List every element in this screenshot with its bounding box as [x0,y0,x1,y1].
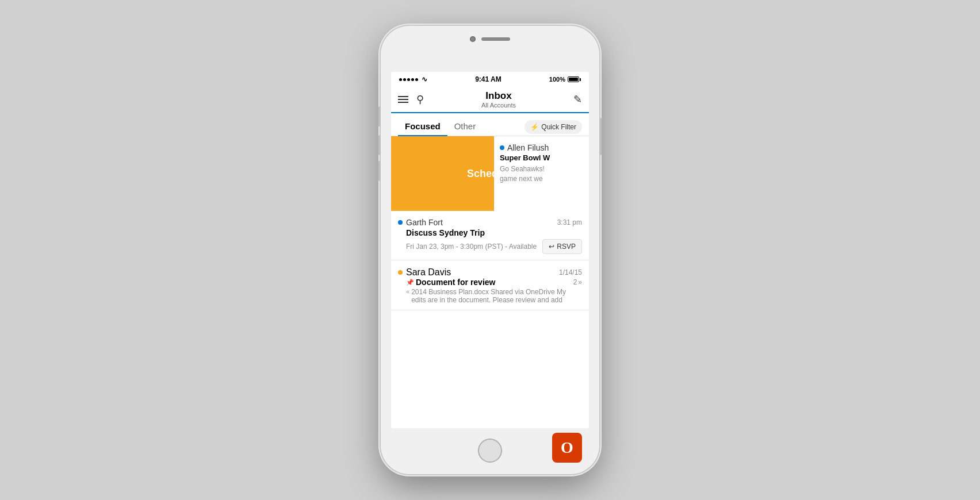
sara-sender-name: Sara Davis [406,267,451,278]
status-left: ∿ [399,75,427,83]
status-right: 100% [549,76,581,83]
signal-dot-1 [399,78,402,81]
sara-row1: Sara Davis 1/14/15 [398,267,582,278]
reply-icon: ↩ [549,243,554,251]
hamburger-line-1 [398,96,408,97]
wifi-icon: ∿ [422,75,427,83]
sara-subject-row: 📌 Document for review [406,278,495,287]
signal-dot-5 [415,78,418,81]
front-camera [470,36,476,42]
tabs-row: Focused Other ⚡ Quick Filter [391,113,589,136]
hamburger-line-3 [398,102,408,103]
lightning-icon: ⚡ [530,123,539,131]
home-button[interactable] [478,439,502,463]
swipe-email-sender: Allen Filush [507,143,549,152]
quick-filter-button[interactable]: ⚡ Quick Filter [525,120,582,134]
sara-count-badge: 2 » [573,278,582,286]
phone-top-elements [470,36,510,42]
garth-email-preview: Fri Jan 23, 3pm - 3:30pm (PST) - Availab… [406,243,542,251]
garth-meta-row: Fri Jan 23, 3pm - 3:30pm (PST) - Availab… [398,239,582,254]
swipe-email-subject: Super Bowl W [500,153,583,162]
phone-frame: ∿ 9:41 AM 100% ⚲ [381,26,599,474]
sara-email-preview: « 2014 Business Plan.docx Shared via One… [398,288,582,304]
signal-dots [399,78,418,81]
app-header: ⚲ Inbox All Accounts ✎ [391,86,589,113]
signal-dot-3 [407,78,410,81]
hamburger-line-2 [398,99,408,100]
attachment-icon: 📌 [406,279,414,286]
compose-button[interactable]: ✎ [573,93,582,106]
sara-email-date: 1/14/15 [559,268,582,276]
unread-dot [500,145,504,150]
garth-email-time: 3:31 pm [557,218,582,226]
office-logo-badge: O [552,433,582,463]
swipe-email-preview: Go Seahawks! game next we [500,164,583,184]
header-center: Inbox All Accounts [481,90,516,109]
hamburger-menu-button[interactable] [398,96,408,103]
tab-other[interactable]: Other [447,118,483,136]
office-logo-letter: O [561,439,573,457]
search-button[interactable]: ⚲ [416,93,424,106]
email-swipe-item[interactable]: Schedule Allen Filush Super Bowl W Go Se… [391,136,589,211]
sara-unread-dot [398,270,403,275]
email-list: Schedule Allen Filush Super Bowl W Go Se… [391,136,589,428]
swipe-email-partial: Allen Filush Super Bowl W Go Seahawks! g… [494,136,589,211]
garth-unread-dot [398,220,403,225]
sara-email-subject: Document for review [416,278,495,287]
accounts-subtitle: All Accounts [481,102,516,109]
signal-dot-4 [411,78,414,81]
garth-sender: Garth Fort [398,218,443,227]
email-item-sara[interactable]: Sara Davis 1/14/15 📌 Document for review… [391,260,589,310]
rsvp-button[interactable]: ↩ RSVP [542,239,582,254]
battery-percent: 100% [549,76,565,83]
chevron-right-icon: » [578,278,582,286]
camera-area [470,36,510,42]
earpiece-speaker [481,37,510,41]
sara-left: Sara Davis [398,267,451,278]
email-item-garth[interactable]: Garth Fort 3:31 pm Discuss Sydney Trip F… [391,211,589,260]
swipe-email-sender-row: Allen Filush [500,143,583,152]
status-bar: ∿ 9:41 AM 100% [391,72,589,86]
battery-fill [569,78,578,81]
battery-body [568,76,579,82]
header-left-actions: ⚲ [398,93,424,106]
signal-dot-2 [403,78,406,81]
sara-row2: 📌 Document for review 2 » [398,278,582,287]
status-time: 9:41 AM [475,75,502,83]
garth-row1: Garth Fort 3:31 pm [398,218,582,227]
battery-tip [580,78,581,81]
garth-email-subject: Discuss Sydney Trip [398,228,582,237]
forward-icon: « [406,288,409,295]
garth-sender-name: Garth Fort [406,218,443,227]
phone-screen: ∿ 9:41 AM 100% ⚲ [391,72,589,428]
inbox-title: Inbox [481,90,516,102]
tab-focused[interactable]: Focused [398,118,447,136]
battery-icon [568,76,581,82]
